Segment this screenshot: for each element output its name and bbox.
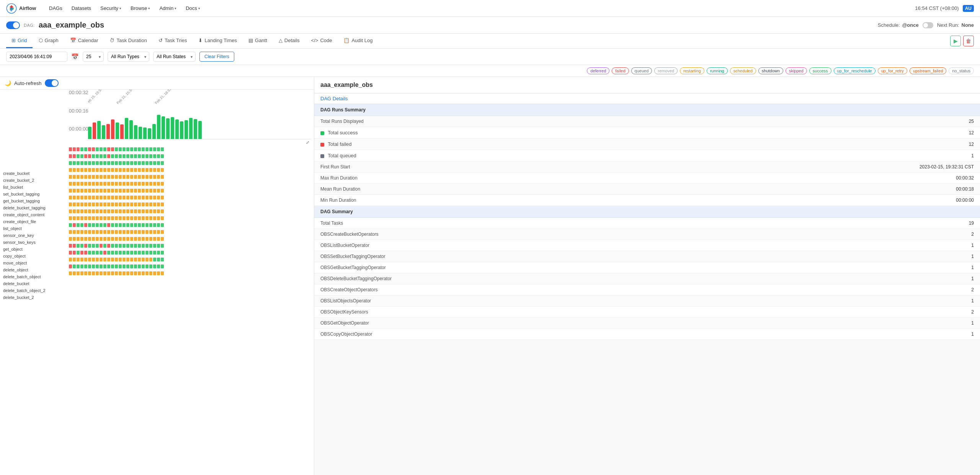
grid-cell[interactable] — [142, 258, 145, 261]
grid-cell[interactable] — [145, 251, 149, 255]
grid-cell[interactable] — [103, 147, 106, 151]
status-shutdown[interactable]: shutdown — [758, 67, 783, 74]
duration-bar-6[interactable] — [116, 122, 119, 139]
grid-cell[interactable] — [142, 161, 145, 165]
grid-cell[interactable] — [69, 154, 72, 158]
grid-cell[interactable] — [107, 223, 110, 227]
grid-cell[interactable] — [130, 189, 133, 193]
grid-cell[interactable] — [142, 271, 145, 275]
grid-cell[interactable] — [119, 230, 122, 234]
grid-cell[interactable] — [77, 154, 80, 158]
grid-cell[interactable] — [153, 264, 156, 268]
grid-cell[interactable] — [77, 271, 80, 275]
grid-cell[interactable] — [88, 175, 91, 179]
grid-cell[interactable] — [142, 216, 145, 220]
grid-cell[interactable] — [80, 182, 83, 186]
grid-cell[interactable] — [149, 271, 152, 275]
grid-cell[interactable] — [84, 237, 87, 241]
grid-cell[interactable] — [122, 182, 126, 186]
status-scheduled[interactable]: scheduled — [730, 67, 756, 74]
grid-cell[interactable] — [153, 230, 156, 234]
grid-cell[interactable] — [103, 244, 106, 248]
grid-cell[interactable] — [69, 182, 72, 186]
grid-cell[interactable] — [77, 237, 80, 241]
duration-bar-4[interactable] — [106, 124, 110, 139]
grid-cell[interactable] — [142, 237, 145, 241]
grid-cell[interactable] — [80, 154, 83, 158]
grid-cell[interactable] — [80, 230, 83, 234]
grid-cell[interactable] — [115, 244, 118, 248]
grid-cell[interactable] — [77, 196, 80, 199]
grid-cell[interactable] — [126, 154, 129, 158]
grid-cell[interactable] — [73, 209, 76, 213]
grid-cell[interactable] — [88, 251, 91, 255]
grid-cell[interactable] — [69, 202, 72, 206]
grid-cell[interactable] — [119, 196, 122, 199]
grid-cell[interactable] — [157, 168, 160, 172]
grid-cell[interactable] — [149, 264, 152, 268]
grid-cell[interactable] — [107, 147, 110, 151]
grid-cell[interactable] — [157, 175, 160, 179]
grid-cell[interactable] — [88, 147, 91, 151]
grid-cell[interactable] — [119, 264, 122, 268]
grid-cell[interactable] — [126, 147, 129, 151]
grid-cell[interactable] — [115, 175, 118, 179]
grid-cell[interactable] — [69, 271, 72, 275]
grid-cell[interactable] — [149, 202, 152, 206]
grid-cell[interactable] — [107, 175, 110, 179]
grid-cell[interactable] — [100, 258, 103, 261]
grid-cell[interactable] — [130, 182, 133, 186]
nav-security[interactable]: Security▾ — [96, 3, 125, 13]
grid-cell[interactable] — [142, 182, 145, 186]
grid-cell[interactable] — [96, 154, 99, 158]
grid-cell[interactable] — [88, 230, 91, 234]
grid-cell[interactable] — [145, 161, 149, 165]
grid-cell[interactable] — [84, 271, 87, 275]
grid-cell[interactable] — [157, 161, 160, 165]
grid-cell[interactable] — [80, 237, 83, 241]
run-state-select[interactable]: All Run Statessuccessfailedrunning — [153, 52, 196, 62]
nav-docs[interactable]: Docs▾ — [182, 3, 204, 13]
grid-cell[interactable] — [111, 258, 114, 261]
grid-cell[interactable] — [130, 216, 133, 220]
duration-bar-2[interactable] — [97, 121, 101, 139]
grid-cell[interactable] — [80, 244, 83, 248]
grid-cell[interactable] — [107, 216, 110, 220]
grid-cell[interactable] — [142, 196, 145, 199]
grid-cell[interactable] — [161, 147, 164, 151]
duration-bar-10[interactable] — [134, 125, 137, 139]
grid-cell[interactable] — [88, 189, 91, 193]
grid-cell[interactable] — [84, 147, 87, 151]
grid-cell[interactable] — [161, 182, 164, 186]
grid-cell[interactable] — [107, 271, 110, 275]
grid-cell[interactable] — [77, 244, 80, 248]
grid-cell[interactable] — [138, 258, 141, 261]
grid-cell[interactable] — [77, 161, 80, 165]
grid-cell[interactable] — [126, 196, 129, 199]
grid-cell[interactable] — [80, 202, 83, 206]
grid-cell[interactable] — [80, 271, 83, 275]
grid-cell[interactable] — [88, 196, 91, 199]
grid-cell[interactable] — [153, 244, 156, 248]
grid-cell[interactable] — [122, 175, 126, 179]
grid-cell[interactable] — [100, 196, 103, 199]
grid-cell[interactable] — [119, 182, 122, 186]
grid-cell[interactable] — [126, 209, 129, 213]
grid-cell[interactable] — [96, 264, 99, 268]
grid-cell[interactable] — [103, 251, 106, 255]
status-deferred[interactable]: deferred — [587, 67, 609, 74]
grid-cell[interactable] — [111, 244, 114, 248]
grid-cell[interactable] — [153, 251, 156, 255]
grid-cell[interactable] — [100, 168, 103, 172]
grid-cell[interactable] — [126, 258, 129, 261]
status-no-status[interactable]: no_status — [949, 67, 974, 74]
grid-cell[interactable] — [103, 196, 106, 199]
run-type-select[interactable]: All Run Typesmanualscheduledbackfill — [108, 52, 149, 62]
status-failed[interactable]: failed — [612, 67, 629, 74]
grid-cell[interactable] — [100, 244, 103, 248]
grid-cell[interactable] — [115, 196, 118, 199]
duration-bar-1[interactable] — [93, 122, 96, 139]
grid-cell[interactable] — [92, 230, 95, 234]
grid-cell[interactable] — [134, 147, 137, 151]
grid-cell[interactable] — [107, 196, 110, 199]
